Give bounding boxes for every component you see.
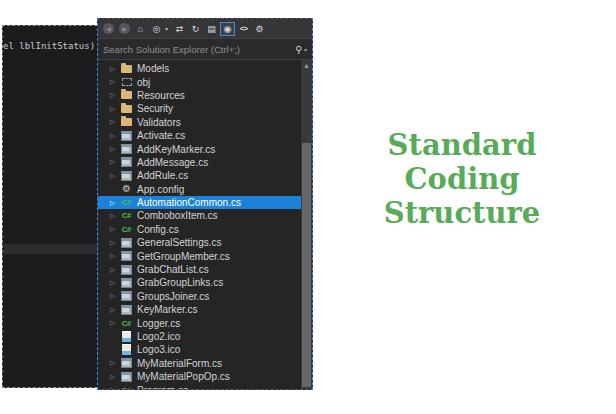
form-icon <box>120 264 133 275</box>
tree-item-label: MyMaterialPopOp.cs <box>137 371 230 382</box>
csharp-icon: C# <box>120 210 133 221</box>
collapse-all-icon[interactable]: ◎ <box>149 22 164 36</box>
home-icon[interactable]: ⌂ <box>133 22 148 36</box>
form-icon <box>120 371 133 382</box>
tree-item-config-cs[interactable]: ▷C#Config.cs <box>98 223 301 236</box>
tree-item-models[interactable]: ▷Models <box>98 62 301 75</box>
folder-icon <box>120 63 133 74</box>
tree-item-addkeymarker-cs[interactable]: ▷AddKeyMarker.cs <box>98 142 301 155</box>
headline-line1: Standard <box>334 128 590 162</box>
expander-icon[interactable]: ▷ <box>110 239 120 247</box>
tree-item-label: AddRule.cs <box>137 170 188 181</box>
properties-icon[interactable]: ⚙ <box>252 22 267 36</box>
tree-item-label: Logger.cs <box>137 318 180 329</box>
expander-icon[interactable]: ▷ <box>110 105 120 113</box>
csharp-icon: C# <box>120 197 133 208</box>
tree-item-label: AutomationCommon.cs <box>137 197 241 208</box>
expander-icon[interactable]: ▷ <box>110 145 120 153</box>
form-icon <box>120 144 133 155</box>
scrollbar-thumb[interactable] <box>302 143 311 387</box>
form-icon <box>120 157 133 168</box>
tree-item-obj[interactable]: ▷obj <box>98 75 301 88</box>
expander-icon[interactable]: ▷ <box>110 158 120 166</box>
folder-icon <box>120 117 133 128</box>
folder-icon <box>120 90 133 101</box>
expander-icon[interactable]: ▷ <box>110 306 120 314</box>
tree-item-keymarker-cs[interactable]: ▷KeyMarker.cs <box>98 303 301 316</box>
form-icon <box>120 304 133 315</box>
form-icon <box>120 277 133 288</box>
tree-item-mymaterialform-cs[interactable]: ▷MyMaterialForm.cs <box>98 357 301 370</box>
tree-item-comboboxitem-cs[interactable]: ▷C#ComboboxItem.cs <box>98 209 301 222</box>
sync-active-document-icon[interactable]: ⇄ <box>172 22 187 36</box>
expander-icon[interactable]: ▷ <box>110 65 120 73</box>
code-editor-fragment: el lblInitStatus) <box>2 25 97 388</box>
headline-line2: Coding Structure <box>334 162 590 230</box>
search-input[interactable]: Search Solution Explorer (Ctrl+;) <box>103 44 295 55</box>
tree-item-security[interactable]: ▷Security <box>98 102 301 115</box>
collapse-all-icon-caret[interactable]: ▾ <box>165 25 171 32</box>
folder-icon <box>120 103 133 114</box>
tree-item-resources[interactable]: ▷Resources <box>98 89 301 102</box>
tree-item-validators[interactable]: ▷Validators <box>98 116 301 129</box>
image-icon <box>120 344 133 355</box>
view-code-icon[interactable]: <> <box>236 22 251 36</box>
expander-icon[interactable]: ▷ <box>110 373 120 381</box>
forward-icon[interactable]: ▶ <box>117 22 132 36</box>
expander-icon[interactable]: ▷ <box>110 279 120 287</box>
expander-icon[interactable]: ▷ <box>110 212 120 220</box>
expander-icon[interactable]: ▷ <box>110 252 120 260</box>
expander-icon[interactable]: ▷ <box>110 292 120 300</box>
expander-icon[interactable]: ▷ <box>110 225 120 233</box>
back-icon[interactable]: ◀ <box>101 22 116 36</box>
tree-item-addrule-cs[interactable]: ▷AddRule.cs <box>98 169 301 182</box>
tree-item-label: GrabGroupLinks.cs <box>137 277 223 288</box>
tree-item-label: Models <box>137 63 169 74</box>
tree-item-grabgrouplinks-cs[interactable]: ▷GrabGroupLinks.cs <box>98 276 301 289</box>
scroll-up-icon[interactable]: ▲ <box>301 60 312 72</box>
tree-item-app-config[interactable]: ⚙App.config <box>98 183 301 196</box>
tree-item-generalsettings-cs[interactable]: ▷GeneralSettings.cs <box>98 236 301 249</box>
tree-item-label: Logo3.ico <box>137 344 180 355</box>
csharp-icon: C# <box>120 224 133 235</box>
expander-icon[interactable]: ▷ <box>110 386 120 389</box>
tree-item-label: KeyMarker.cs <box>137 304 198 315</box>
vertical-scrollbar[interactable]: ▲ <box>301 60 312 389</box>
expander-icon[interactable]: ▷ <box>110 359 120 367</box>
tree-item-program-cs[interactable]: ▷C#Program.cs <box>98 383 301 389</box>
tree-item-logo3-ico[interactable]: Logo3.ico <box>98 343 301 356</box>
expander-icon[interactable]: ▷ <box>110 199 120 207</box>
image-icon <box>120 331 133 342</box>
tree-item-label: GetGroupMember.cs <box>137 251 230 262</box>
tree-item-addmessage-cs[interactable]: ▷AddMessage.cs <box>98 156 301 169</box>
headline: Standard Coding Structure <box>334 128 590 230</box>
expander-icon[interactable]: ▷ <box>110 78 120 86</box>
form-icon <box>120 170 133 181</box>
expander-icon[interactable]: ▷ <box>110 132 120 140</box>
tree-item-label: Program.cs <box>137 385 188 389</box>
expander-icon[interactable]: ▷ <box>110 319 120 327</box>
tree-item-automationcommon-cs[interactable]: ▷C#AutomationCommon.cs <box>98 196 301 209</box>
search-icon[interactable]: ⚲ <box>295 44 302 55</box>
preview-selected-items-icon[interactable]: ◉ <box>220 22 235 36</box>
tree-item-grabchatlist-cs[interactable]: ▷GrabChatList.cs <box>98 263 301 276</box>
refresh-icon[interactable]: ↻ <box>188 22 203 36</box>
expander-icon[interactable]: ▷ <box>110 266 120 274</box>
tree-item-label: AddKeyMarker.cs <box>137 144 215 155</box>
tree-item-label: Config.cs <box>137 224 179 235</box>
tree-item-activate-cs[interactable]: ▷Activate.cs <box>98 129 301 142</box>
tree-item-logo2-ico[interactable]: Logo2.ico <box>98 330 301 343</box>
tree-item-logger-cs[interactable]: ▷C#Logger.cs <box>98 316 301 329</box>
tree-item-groupsjoiner-cs[interactable]: ▷GroupsJoiner.cs <box>98 290 301 303</box>
tree-item-mymaterialpopop-cs[interactable]: ▷MyMaterialPopOp.cs <box>98 370 301 383</box>
expander-icon[interactable]: ▷ <box>110 172 120 180</box>
tree-item-getgroupmember-cs[interactable]: ▷GetGroupMember.cs <box>98 249 301 262</box>
expander-icon[interactable]: ▷ <box>110 118 120 126</box>
expander-icon[interactable]: ▷ <box>110 91 120 99</box>
search-box[interactable]: Search Solution Explorer (Ctrl+;) ⚲ ▾ <box>98 38 312 60</box>
show-all-files-icon[interactable]: ▤ <box>204 22 219 36</box>
folder-dashed-icon <box>120 77 133 88</box>
tree-item-label: AddMessage.cs <box>137 157 208 168</box>
search-options-caret-icon[interactable]: ▾ <box>304 46 307 53</box>
tree-rows: ▷Models▷obj▷Resources▷Security▷Validator… <box>98 62 312 389</box>
